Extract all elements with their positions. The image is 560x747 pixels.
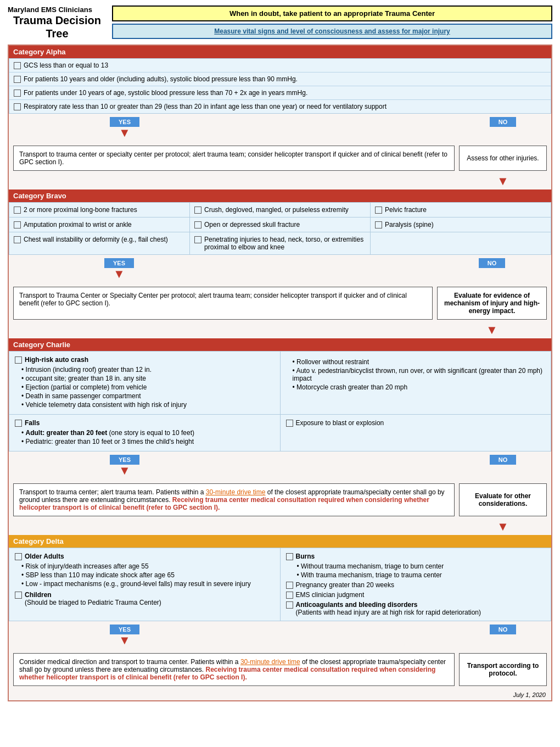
delta-pregnancy: Pregnancy greater than 20 weeks <box>286 581 546 589</box>
delta-transport-no-box: Transport according to protocol. <box>459 653 547 686</box>
alpha-item-4: Respiratory rate less than 10 or greater… <box>9 100 551 113</box>
main-content: Category Alpha GCS less than or equal to… <box>8 44 552 701</box>
charlie-falls-header: Falls <box>15 419 275 427</box>
bravo-no-side: NO <box>437 258 547 268</box>
checkbox-icon[interactable] <box>14 103 21 110</box>
charlie-crash-header: High-risk auto crash <box>15 356 275 364</box>
bravo-grid: 2 or more proximal long-bone fractures C… <box>9 202 551 255</box>
checkbox-icon[interactable] <box>14 62 21 69</box>
charlie-yes-side: YES ▼ <box>13 455 236 477</box>
alpha-item-1: GCS less than or equal to 13 <box>9 59 551 73</box>
doc-title: Trauma Decision Tree <box>8 14 107 40</box>
bravo-cell-r1c3: Pelvic fracture <box>371 203 551 218</box>
category-bravo-header: Category Bravo <box>9 189 551 202</box>
footer-date: July 1, 2020 <box>9 689 551 700</box>
alpha-item-2: For patients 10 years and older (includi… <box>9 73 551 86</box>
charlie-cell-right-1: Rollover without restraint Auto v. pedes… <box>281 352 552 415</box>
checkbox-icon[interactable] <box>286 582 293 589</box>
delta-no-side: NO <box>459 625 547 634</box>
bravo-no-arrow: ▼ <box>437 324 547 336</box>
delta-no-button[interactable]: NO <box>490 625 517 634</box>
bravo-cell-r3c1: Chest wall instability or deformity (e.g… <box>9 232 190 255</box>
list-item: Low - impact mechanisms (e.g., ground-le… <box>21 580 275 588</box>
list-item: Rollover without restraint <box>293 358 546 366</box>
bravo-no-button[interactable]: NO <box>479 258 506 268</box>
charlie-cell-right-2: Exposure to blast or explosion <box>281 415 552 451</box>
list-item: SBP less than 110 may indicate shock aft… <box>21 571 275 579</box>
checkbox-icon[interactable] <box>194 236 201 243</box>
charlie-drive-time-link[interactable]: 30-minute drive time <box>206 488 266 496</box>
bravo-yes-side: YES ▼ <box>13 258 225 280</box>
list-item: Ejection (partial or complete) from vehi… <box>21 383 275 391</box>
charlie-transport-no-box: Evaluate for other considerations. <box>459 483 547 516</box>
checkbox-icon[interactable] <box>286 601 293 609</box>
bravo-cell-r3c2: Penetrating injuries to head, neck, tors… <box>190 232 371 255</box>
list-item: Death in same passenger compartment <box>21 392 275 400</box>
charlie-no-side: NO <box>459 455 547 465</box>
charlie-crash-bullets: Intrusion (including roof) greater than … <box>15 366 275 409</box>
list-item: occupant site; greater than 18 in. any s… <box>21 375 275 382</box>
checkbox-icon[interactable] <box>194 221 201 228</box>
alpha-checklist: GCS less than or equal to 13 For patient… <box>9 58 551 114</box>
checkbox-icon[interactable] <box>14 90 21 97</box>
delta-cell-right: Burns Without trauma mechanism, triage t… <box>281 548 552 621</box>
checkbox-icon[interactable] <box>14 207 21 214</box>
category-delta-header: Category Delta <box>9 535 551 548</box>
checkbox-icon[interactable] <box>14 221 21 228</box>
checkbox-icon[interactable] <box>15 420 22 427</box>
alpha-no-side: NO <box>459 117 547 127</box>
banner-1: When in doubt, take patient to an approp… <box>112 5 552 21</box>
org-name: Maryland EMS Clinicians <box>8 5 107 14</box>
checkbox-icon[interactable] <box>15 553 22 560</box>
checkbox-icon[interactable] <box>286 592 293 599</box>
checkbox-icon[interactable] <box>194 207 201 214</box>
list-item: Vehicle telemetry data consistent with h… <box>21 401 275 409</box>
checkbox-icon[interactable] <box>375 207 382 214</box>
charlie-rollover-bullets: Rollover without restraint Auto v. pedes… <box>286 358 546 391</box>
alpha-no-button[interactable]: NO <box>490 117 517 127</box>
delta-transport-yes-box: Consider medical direction and transport… <box>13 653 455 686</box>
alpha-transport-yes-box: Transport to trauma center or specialty … <box>13 146 455 171</box>
checkbox-icon[interactable] <box>14 76 21 83</box>
charlie-explosion: Exposure to blast or explosion <box>286 419 546 427</box>
charlie-no-arrow: ▼ <box>459 521 547 533</box>
checkbox-icon[interactable] <box>15 356 22 364</box>
banner-2: Measure vital signs and level of conscio… <box>112 24 552 39</box>
checkbox-icon[interactable] <box>14 236 21 243</box>
charlie-grid: High-risk auto crash Intrusion (includin… <box>9 351 551 451</box>
delta-yes-no-row: YES ▼ NO <box>9 621 551 650</box>
delta-older-bullets: Risk of injury/death increases after age… <box>15 562 275 588</box>
checkbox-icon[interactable] <box>375 221 382 228</box>
category-charlie-header: Category Charlie <box>9 338 551 351</box>
charlie-cell-left-2: Falls Adult: greater than 20 feet (one s… <box>9 415 281 451</box>
bravo-no-down-arrow: ▼ <box>486 324 498 336</box>
checkbox-icon[interactable] <box>286 420 293 427</box>
alpha-yes-arrow: ▼ <box>119 127 131 139</box>
bravo-cell-r1c1: 2 or more proximal long-bone fractures <box>9 203 190 218</box>
bravo-transport-yes-box: Transport to Trauma Center or Specialty … <box>13 287 433 320</box>
delta-drive-time-link[interactable]: 30-minute drive time <box>240 658 300 666</box>
alpha-item-3: For patients under 10 years of age, syst… <box>9 86 551 100</box>
alpha-transport-row: Transport to trauma center or specialty … <box>9 142 551 174</box>
delta-yes-side: YES ▼ <box>13 625 236 646</box>
header-right: When in doubt, take patient to an approp… <box>112 5 552 39</box>
delta-ems: EMS clinician judgment <box>286 591 546 599</box>
charlie-no-arrow-row: ▼ <box>9 520 551 535</box>
bravo-yes-no-row: YES ▼ NO <box>9 255 551 283</box>
header: Maryland EMS Clinicians Trauma Decision … <box>8 5 552 40</box>
delta-grid: Older Adults Risk of injury/death increa… <box>9 548 551 621</box>
bravo-no-arrow-row: ▼ <box>9 323 551 338</box>
checkbox-icon[interactable] <box>15 592 22 599</box>
bravo-cell-r2c3: Paralysis (spine) <box>371 218 551 232</box>
charlie-yes-no-row: YES ▼ NO <box>9 451 551 480</box>
list-item: Motorcycle crash greater than 20 mph <box>293 383 546 391</box>
charlie-no-down-arrow: ▼ <box>497 521 509 533</box>
charlie-no-button[interactable]: NO <box>490 455 517 465</box>
delta-cell-left: Older Adults Risk of injury/death increa… <box>9 548 281 621</box>
bravo-cell-r1c2: Crush, degloved, mangled, or pulseless e… <box>190 203 371 218</box>
list-item: Without trauma mechanism, triage to burn… <box>297 562 546 570</box>
alpha-no-down-arrow: ▼ <box>497 175 509 187</box>
page: Maryland EMS Clinicians Trauma Decision … <box>0 0 560 707</box>
list-item: Auto v. pedestrian/bicyclist thrown, run… <box>293 367 546 382</box>
checkbox-icon[interactable] <box>286 553 293 560</box>
